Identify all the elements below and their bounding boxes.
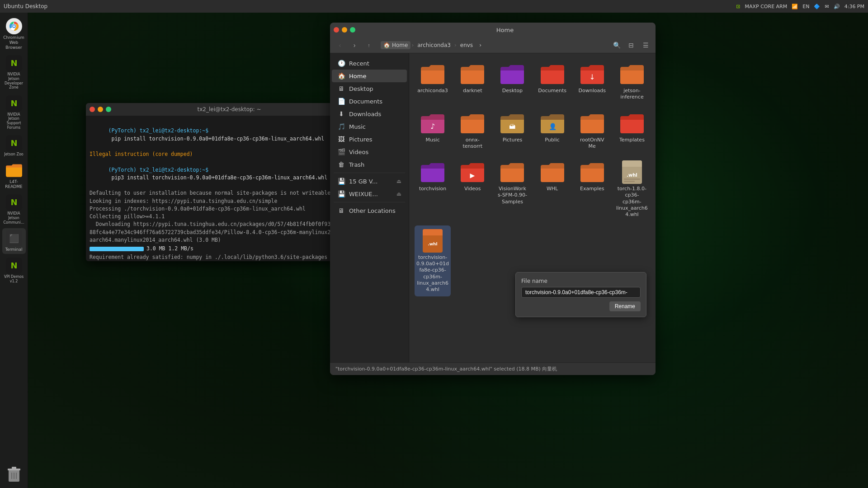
dock-item-jetson-zoo[interactable]: N Jetson Zoo — [2, 133, 26, 159]
sidebar-item-videos[interactable]: 🎬 Videos — [332, 145, 407, 158]
term-close-btn[interactable] — [90, 107, 95, 112]
folder-torchvision-icon — [421, 160, 444, 184]
file-manager-window: Home ‹ › ↑ 🏠 Home › archiconda3 › envs ›… — [330, 23, 656, 375]
folder-desktop-icon — [500, 62, 524, 86]
fm-item-desktop[interactable]: Desktop — [494, 59, 530, 104]
chromium-icon — [6, 18, 22, 34]
fm-item-name-examples: Examples — [580, 186, 604, 192]
sidebar-item-pictures[interactable]: 🖼 Pictures — [332, 133, 407, 145]
drive-15gb-icon: 💾 — [337, 178, 345, 185]
sidebar-item-15gb[interactable]: 💾 15 GB V... ⏏ — [332, 175, 407, 188]
topbar-lang: EN — [802, 4, 809, 9]
rename-button[interactable]: Rename — [609, 301, 641, 311]
dock-item-terminal[interactable]: ⬛ Terminal — [2, 228, 26, 254]
fm-item-visionworks[interactable]: VisionWorks-SFM-0.90-Samples — [494, 157, 530, 221]
term-progress-row: 3.0 MB 1.2 MB/s — [90, 245, 344, 253]
svg-text:.whl: .whl — [428, 242, 437, 246]
sidebar-label-pictures: Pictures — [349, 136, 372, 143]
fm-item-whl[interactable]: WHL — [534, 157, 570, 221]
folder-visionworks-icon — [500, 160, 524, 184]
sidebar-item-trash[interactable]: 🗑 Trash — [332, 158, 407, 171]
sidebar-item-home[interactable]: 🏠 Home — [332, 70, 407, 82]
fm-item-music[interactable]: ♪ Music — [415, 108, 451, 154]
fm-toolbar-actions: 🔍 ⊟ ☰ — [610, 39, 652, 52]
recent-icon: 🕐 — [337, 60, 345, 67]
dock-item-nvidia-support[interactable]: N NVIDIA Jetson Support Forums — [2, 94, 26, 131]
sidebar-label-other-locations: Other Locations — [349, 207, 396, 214]
drive-weixue-icon: 💾 — [337, 190, 345, 197]
fm-item-torch-whl[interactable]: .whl torch-1.8.0-cp36-cp36m-linux_aarch6… — [614, 157, 650, 221]
dock-item-nvidia-jetson[interactable]: N NVIDIA Jetson Developer Zone — [2, 53, 26, 91]
fm-item-rootonvme[interactable]: rootOnNVMe — [574, 108, 610, 154]
fm-item-name-jetson-inference: jetson-inference — [620, 88, 644, 101]
fm-item-archiconda3[interactable]: archiconda3 — [415, 59, 451, 104]
term-titlebar: tx2_lei@tx2-desktop: ~ — [86, 103, 348, 116]
fm-view-btn[interactable]: ⊟ — [625, 39, 637, 52]
dock-item-vpi[interactable]: N VPI Demos v1.2 — [2, 256, 26, 285]
term-line-3: (PyTorch) tx2_lei@tx2-desktop:~$ pip3 in… — [90, 158, 344, 189]
fm-close-btn[interactable] — [334, 27, 339, 33]
fm-item-videos[interactable]: ▶ Videos — [454, 157, 491, 221]
term-min-btn[interactable] — [98, 107, 103, 112]
sidebar-divider-2 — [334, 202, 405, 202]
sidebar-item-desktop[interactable]: 🖥 Desktop — [332, 82, 407, 95]
terminal-window: tx2_lei@tx2-desktop: ~ (PyTorch) tx2_lei… — [86, 103, 348, 261]
fm-item-examples[interactable]: Examples — [574, 157, 610, 221]
nvidia-jetson-icon: N — [6, 55, 22, 71]
fm-item-darknet[interactable]: darknet — [454, 59, 491, 104]
sidebar-label-music: Music — [349, 123, 366, 130]
folder-whl-icon — [541, 160, 564, 184]
sidebar-label-desktop: Desktop — [349, 85, 373, 92]
breadcrumb-home[interactable]: 🏠 Home — [381, 41, 410, 49]
term-max-btn[interactable] — [106, 107, 111, 112]
term-body[interactable]: (PyTorch) tx2_lei@tx2-desktop:~$ pip ins… — [86, 116, 348, 261]
fm-title: Home — [358, 27, 652, 33]
fm-item-pictures[interactable]: 🏔 Pictures — [494, 108, 530, 154]
fm-back-btn[interactable]: ‹ — [334, 39, 346, 52]
fm-up-btn[interactable]: ↑ — [363, 39, 375, 52]
eject-15gb-icon[interactable]: ⏏ — [396, 178, 401, 184]
fm-menu-btn[interactable]: ☰ — [639, 39, 652, 52]
fm-item-templates[interactable]: Templates — [614, 108, 650, 154]
fm-min-btn[interactable] — [342, 27, 347, 33]
fm-item-torchvision-folder[interactable]: torchvision — [415, 157, 451, 221]
dock-item-chromium[interactable]: Chromium Web Browser — [2, 16, 26, 52]
fm-item-downloads[interactable]: ↓ Downloads — [574, 59, 610, 104]
fm-statusbar: "torchvision-0.9.0a0+01dfa8e-cp36-cp36m-… — [330, 362, 656, 375]
dock-label-chromium: Chromium Web Browser — [3, 35, 25, 50]
sidebar-item-weixue[interactable]: 💾 WEIXUE... ⏏ — [332, 188, 407, 200]
dock-item-nvidia-comms[interactable]: N NVIDIA Jetson Communi... — [2, 192, 26, 226]
sidebar-label-recent: Recent — [349, 60, 369, 67]
fm-search-btn[interactable]: 🔍 — [610, 39, 623, 52]
fm-item-name-torchvision-whl: torchvision-0.9.0a0+01dfa8e-cp36-cp36m-l… — [416, 254, 449, 293]
breadcrumb-envs[interactable]: envs — [458, 41, 476, 49]
desktop-sidebar-icon: 🖥 — [337, 85, 345, 92]
term-line-2: Illegal instruction (core dumped) — [90, 150, 344, 158]
fm-item-name-torch-whl: torch-1.8.0-cp36-cp36m-linux_aarch64.whl — [616, 186, 648, 218]
nvidia-comms-icon: N — [6, 194, 22, 211]
fm-item-documents[interactable]: Documents — [534, 59, 570, 104]
fm-forward-btn[interactable]: › — [348, 39, 361, 52]
dock-item-trash[interactable] — [2, 465, 26, 484]
sidebar-item-documents[interactable]: 📄 Documents — [332, 95, 407, 108]
sidebar-label-videos: Videos — [349, 149, 368, 155]
fm-item-torchvision-whl[interactable]: .whl torchvision-0.9.0a0+01dfa8e-cp36-cp… — [415, 225, 451, 297]
rename-input[interactable] — [521, 287, 641, 298]
fm-max-btn[interactable] — [350, 27, 355, 33]
downloads-sidebar-icon: ⬇ — [337, 110, 345, 117]
folder-public-icon: 👤 — [541, 112, 564, 135]
vpi-icon: N — [6, 258, 22, 274]
breadcrumb-archiconda[interactable]: archiconda3 — [415, 41, 453, 49]
sidebar-item-downloads[interactable]: ⬇ Downloads — [332, 108, 407, 120]
fm-item-onnx-tensorrt[interactable]: onnx-tensorrt — [454, 108, 491, 154]
fm-content[interactable]: archiconda3 darknet Desktop — [409, 53, 656, 362]
breadcrumb-more-btn[interactable]: › — [476, 41, 484, 49]
eject-weixue-icon[interactable]: ⏏ — [396, 191, 401, 197]
fm-item-public[interactable]: 👤 Public — [534, 108, 570, 154]
sidebar-item-other-locations[interactable]: 🖥 Other Locations — [332, 204, 407, 217]
sidebar-item-recent[interactable]: 🕐 Recent — [332, 57, 407, 70]
fm-item-jetson-inference[interactable]: jetson-inference — [614, 59, 650, 104]
dock-item-l4t[interactable]: L4T- README — [2, 160, 26, 191]
sidebar-item-music[interactable]: 🎵 Music — [332, 120, 407, 133]
fm-titlebar: Home — [330, 23, 656, 37]
